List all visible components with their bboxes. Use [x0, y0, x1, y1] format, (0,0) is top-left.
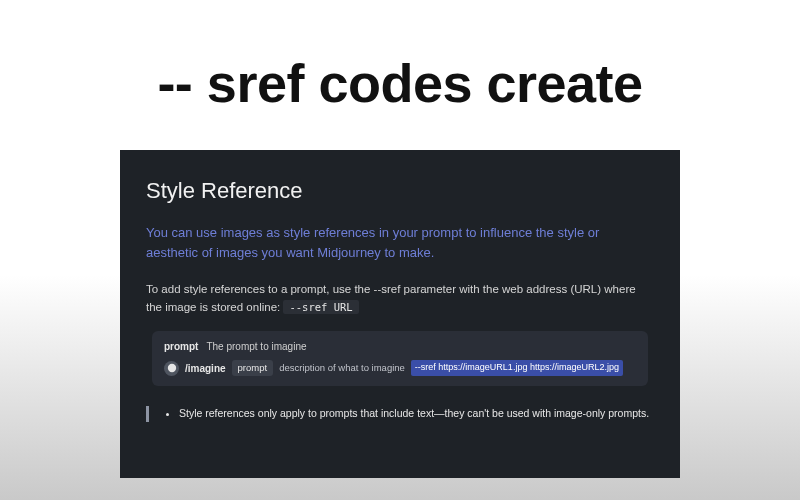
- doc-note-item: Style references only apply to prompts t…: [179, 406, 654, 422]
- slide-headline: -- sref codes create: [0, 52, 800, 114]
- doc-instruction-text: To add style references to a prompt, use…: [146, 281, 654, 317]
- prompt-highlight-sref: --sref https://imageURL1.jpg https://ima…: [411, 360, 623, 376]
- doc-note-list: Style references only apply to prompts t…: [163, 406, 654, 422]
- doc-note-block: Style references only apply to prompts t…: [146, 406, 654, 422]
- prompt-tag-label: prompt: [164, 339, 198, 354]
- prompt-hint-text: The prompt to imagine: [206, 339, 306, 354]
- slash-command: /imagine: [185, 361, 226, 376]
- prompt-chip: prompt: [232, 360, 274, 376]
- doc-intro-text: You can use images as style references i…: [146, 223, 654, 263]
- svg-point-0: [167, 364, 175, 372]
- doc-card: Style Reference You can use images as st…: [120, 150, 680, 478]
- inline-code-sref: --sref URL: [283, 300, 358, 314]
- prompt-description: description of what to imagine: [279, 361, 405, 375]
- page-root: -- sref codes create Style Reference You…: [0, 0, 800, 500]
- doc-instruction-prefix: To add style references to a prompt, use…: [146, 283, 636, 313]
- prompt-example-box: prompt The prompt to imagine /imagine pr…: [152, 331, 648, 386]
- doc-section-title: Style Reference: [146, 174, 654, 207]
- prompt-row-hint: prompt The prompt to imagine: [164, 339, 636, 354]
- discord-icon: [164, 361, 179, 376]
- prompt-row-command: /imagine prompt description of what to i…: [164, 360, 636, 376]
